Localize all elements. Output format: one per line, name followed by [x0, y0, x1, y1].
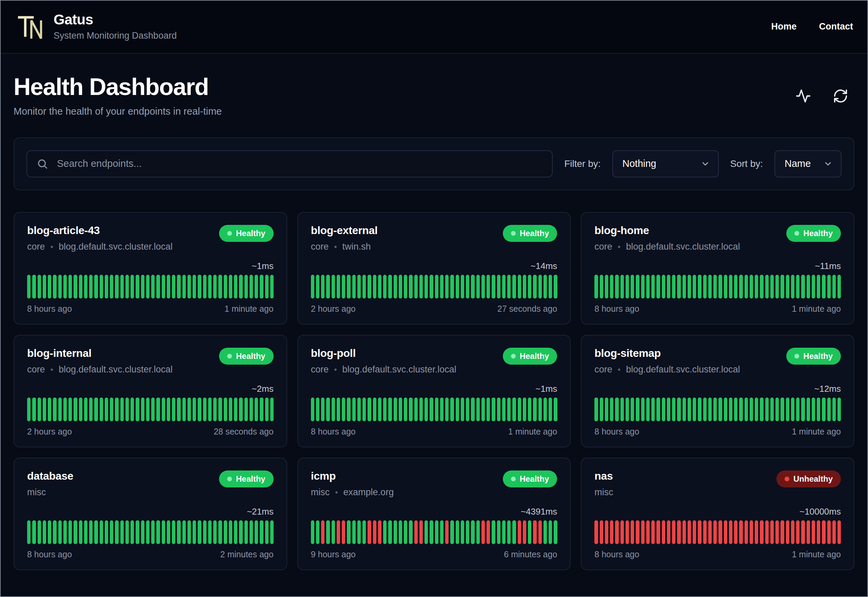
uptime-bar-success: [224, 275, 227, 298]
uptime-bar-success: [507, 520, 511, 544]
uptime-bar-success: [316, 398, 319, 421]
sort-label: Sort by:: [730, 158, 763, 169]
uptime-bar-success: [74, 520, 77, 544]
uptime-bar-success: [656, 398, 660, 421]
uptime-bar-success: [445, 275, 449, 298]
uptime-bar-success: [394, 398, 397, 421]
uptime-bar-success: [182, 275, 186, 298]
uptime-bar-success: [239, 398, 243, 421]
uptime-bar-success: [110, 398, 113, 421]
endpoint-card[interactable]: database misc Healthy ~21ms 8 hours ago …: [13, 457, 287, 570]
uptime-bar-failure: [687, 520, 691, 544]
status-label: Unhealthy: [793, 474, 833, 484]
card-footer: 8 hours ago 1 minute ago: [594, 304, 841, 314]
endpoint-card[interactable]: nas misc Unhealthy ~10000ms 8 hours ago …: [581, 457, 855, 570]
uptime-bar-success: [770, 275, 774, 298]
latency-label: ~4391ms: [311, 506, 557, 517]
uptime-bar-success: [651, 398, 655, 421]
endpoint-name: icmp: [311, 470, 394, 482]
status-dot-icon: [227, 231, 232, 236]
card-header: nas misc Unhealthy: [594, 470, 841, 498]
uptime-bar-success: [456, 275, 459, 298]
nav-link-home[interactable]: Home: [771, 21, 797, 32]
uptime-bar-success: [755, 275, 758, 298]
uptime-bar-success: [352, 520, 355, 544]
newest-timestamp: 1 minute ago: [792, 304, 841, 314]
uptime-bars: [594, 275, 841, 298]
uptime-bar-success: [739, 275, 742, 298]
uptime-bar-success: [357, 520, 361, 544]
uptime-bar-success: [513, 398, 516, 421]
uptime-bar-success: [260, 275, 263, 298]
uptime-bar-success: [27, 275, 31, 298]
newest-timestamp: 6 minutes ago: [504, 549, 557, 559]
uptime-bar-success: [492, 520, 495, 544]
newest-timestamp: 1 minute ago: [508, 427, 557, 437]
newest-timestamp: 28 seconds ago: [213, 427, 274, 437]
uptime-bar-success: [229, 398, 232, 421]
endpoint-card[interactable]: blog-poll core blog.default.svc.cluster.…: [297, 335, 571, 447]
uptime-bar-success: [812, 398, 815, 421]
uptime-bar-failure: [667, 520, 670, 544]
uptime-bar-success: [414, 275, 418, 298]
uptime-bar-success: [141, 275, 144, 298]
sort-select[interactable]: Name: [775, 150, 841, 177]
endpoint-name: blog-article-43: [27, 224, 173, 237]
uptime-bar-success: [352, 398, 355, 421]
uptime-bar-success: [156, 275, 160, 298]
card-title-block: blog-poll core blog.default.svc.cluster.…: [311, 347, 456, 375]
uptime-bar-failure: [827, 520, 831, 544]
sort-select-value: Name: [785, 158, 811, 169]
uptime-bar-success: [64, 398, 67, 421]
search-input[interactable]: [27, 150, 552, 177]
uptime-bar-success: [130, 398, 134, 421]
uptime-bars: [311, 398, 557, 421]
uptime-bar-success: [58, 398, 62, 421]
status-badge: Healthy: [219, 471, 274, 487]
activity-icon: [795, 88, 811, 104]
uptime-bar-success: [425, 520, 428, 544]
endpoint-card[interactable]: blog-external core twin.sh Healthy ~14ms…: [297, 212, 571, 325]
uptime-bar-success: [32, 398, 36, 421]
uptime-bar-success: [430, 398, 433, 421]
uptime-bar-success: [425, 398, 428, 421]
uptime-bar-failure: [724, 520, 727, 544]
activity-button[interactable]: [795, 88, 811, 104]
latency-label: ~21ms: [27, 506, 274, 517]
refresh-button[interactable]: [833, 88, 848, 104]
endpoint-group: core: [594, 242, 612, 252]
card-title-block: nas misc: [594, 470, 613, 498]
uptime-bar-success: [64, 275, 67, 298]
uptime-bar-success: [507, 275, 511, 298]
uptime-bar-success: [110, 275, 113, 298]
endpoint-card[interactable]: blog-home core blog.default.svc.cluster.…: [581, 212, 855, 325]
uptime-bar-failure: [770, 520, 774, 544]
uptime-bar-success: [693, 398, 696, 421]
uptime-bar-success: [703, 275, 707, 298]
refresh-icon: [833, 88, 848, 104]
uptime-bar-success: [326, 275, 330, 298]
uptime-bar-failure: [594, 520, 598, 544]
uptime-bar-success: [641, 275, 644, 298]
uptime-bar-success: [471, 275, 474, 298]
uptime-bar-success: [265, 520, 268, 544]
uptime-bar-success: [213, 520, 217, 544]
uptime-bar-success: [487, 398, 490, 421]
nav-links: Home Contact: [771, 21, 853, 32]
endpoint-card[interactable]: blog-internal core blog.default.svc.clus…: [13, 335, 287, 447]
uptime-bar-success: [476, 520, 480, 544]
uptime-bar-success: [739, 398, 742, 421]
uptime-bar-success: [94, 520, 98, 544]
filter-select[interactable]: Nothing: [612, 150, 719, 177]
uptime-bar-success: [817, 398, 820, 421]
endpoint-card[interactable]: blog-sitemap core blog.default.svc.clust…: [581, 335, 855, 447]
uptime-bar-success: [636, 275, 639, 298]
endpoint-card[interactable]: blog-article-43 core blog.default.svc.cl…: [13, 212, 287, 325]
nav-link-contact[interactable]: Contact: [819, 21, 853, 32]
endpoint-card[interactable]: icmp misc example.org Healthy ~4391ms 9 …: [297, 457, 571, 570]
oldest-timestamp: 8 hours ago: [27, 304, 72, 314]
uptime-bar-success: [646, 398, 650, 421]
uptime-bar-success: [218, 275, 222, 298]
uptime-bar-success: [786, 275, 789, 298]
uptime-bar-success: [172, 398, 175, 421]
